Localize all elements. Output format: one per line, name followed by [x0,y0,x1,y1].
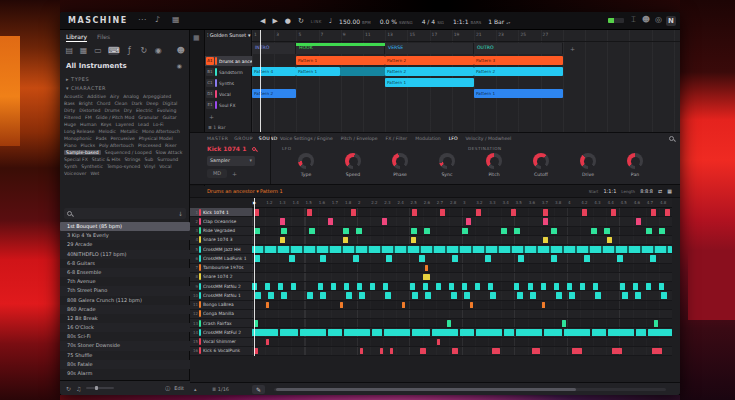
tag-filter[interactable]: Percussive [111,136,135,141]
note-block[interactable] [466,218,471,225]
tag-filter[interactable]: Guitar [162,115,176,120]
param-page-tab[interactable]: LFO [449,136,458,141]
tag-filter[interactable]: Bass [64,101,75,106]
tag-filter[interactable]: Analog [123,94,139,99]
note-block[interactable] [383,283,388,290]
transport-field[interactable]: 4 / 4SIG [422,18,444,25]
knob-type[interactable] [298,153,314,169]
tag-filter[interactable]: Riser [165,143,177,148]
note-block[interactable] [620,283,625,290]
list-item[interactable]: 6-8 Ensemble [60,268,190,277]
tag-filter[interactable]: Pads [96,136,107,141]
note-block[interactable] [652,348,662,355]
pattern-start-value[interactable]: 1:1:1 [603,188,616,194]
note-block[interactable] [607,237,612,244]
pattern-clip[interactable]: Pattern 1 [385,78,474,87]
note-block[interactable] [504,329,514,336]
note-block[interactable] [648,329,672,336]
editor-group-selector[interactable]: Drums an ancestor ▾ [207,188,259,194]
note-block[interactable] [265,283,270,290]
more-options-icon[interactable]: ⋯ [138,15,146,24]
note-block[interactable] [451,292,457,299]
pattern-clip[interactable]: Pattern 2 [385,56,474,65]
param-page-tab[interactable]: Modulation [415,136,441,141]
tag-filter[interactable]: Long Release [64,129,95,134]
tag-filter[interactable]: Dry [124,108,132,113]
tag-filter[interactable]: Keys [101,122,112,127]
list-item[interactable]: 12 Bit Break [60,314,190,323]
sound-row[interactable]: 15Vocal Shimmer [190,338,252,347]
editor-playhead[interactable] [254,198,255,356]
tag-filter[interactable]: Processed [138,143,161,148]
note-block[interactable] [356,228,362,235]
note-block[interactable] [380,348,383,355]
prehear-volume-slider[interactable] [86,387,114,389]
horizontal-scrollbar[interactable] [274,388,666,391]
transport-field[interactable]: 0.0 %SWING [380,18,413,25]
note-block[interactable] [476,329,502,336]
tag-filter[interactable]: Sample-based [64,150,101,155]
note-block[interactable] [440,209,445,216]
note-block[interactable] [665,209,670,216]
note-block[interactable] [252,246,672,253]
tag-filter[interactable]: Human [80,122,97,127]
note-block[interactable] [372,329,382,336]
scene-section[interactable]: INTRO [252,43,296,54]
list-item[interactable]: 16 O'Clock [60,323,190,332]
note-block[interactable] [635,292,641,299]
note-block[interactable] [617,255,623,262]
scene-section[interactable]: VERSE [385,43,474,54]
sound-row[interactable]: 14CrossMM FatFul 2 [190,328,252,337]
tag-filter[interactable]: Strings [124,157,140,162]
arranger-playhead[interactable] [260,30,261,132]
note-block[interactable] [359,292,365,299]
grid-icon[interactable]: ▦ [667,188,672,194]
tag-filter[interactable]: Drums [105,108,120,113]
group-row[interactable]: A1Drums an ancestor [205,56,252,66]
note-block[interactable] [514,228,520,235]
note-block[interactable] [532,348,540,355]
note-block[interactable] [340,302,343,309]
tag-filter[interactable]: Airy [110,94,119,99]
note-block[interactable] [351,209,356,216]
plugin-selector[interactable]: Sampler▾ [207,156,255,166]
midi-icon[interactable]: ⌶ [631,15,636,25]
list-item[interactable]: 7th Avenue [60,277,190,286]
note-block[interactable] [612,348,622,355]
note-block[interactable] [659,228,665,235]
note-block[interactable] [650,255,656,262]
note-block[interactable] [636,218,641,225]
note-block[interactable] [604,228,610,235]
grid-row[interactable] [252,217,672,226]
note-block[interactable] [280,329,298,336]
sound-row[interactable]: 12Conga Manilla [190,310,252,319]
note-block[interactable] [541,283,546,290]
add-plugin-button[interactable]: + [232,170,237,177]
knob-pan[interactable] [627,153,643,169]
restart-button[interactable]: ◀ [260,17,265,25]
shuffle-icon[interactable]: ⇄ [658,188,662,194]
note-block[interactable] [476,209,481,216]
note-block[interactable] [622,292,628,299]
tab-library[interactable]: Library [66,33,87,42]
pattern-tab[interactable]: Pattern 1 [260,188,283,194]
note-block[interactable] [646,283,651,290]
slot-2-selector[interactable]: MD [207,169,227,178]
note-block[interactable] [636,329,646,336]
note-block[interactable] [385,292,391,299]
list-item[interactable]: 75 Shuffle [60,351,190,360]
list-item[interactable]: 3 Kip 4 Ya Everly [60,231,190,240]
note-block[interactable] [291,283,296,290]
note-block[interactable] [344,329,370,336]
collapse-icon[interactable]: ▴ [194,386,197,392]
tag-filter[interactable]: Dark [131,101,142,106]
note-block[interactable] [382,218,387,225]
tag-filter[interactable]: Slow Attack [156,150,183,155]
note-block[interactable] [278,283,283,290]
note-block[interactable] [447,320,451,327]
grid-row[interactable] [252,291,672,300]
list-item[interactable]: 860 Arcade [60,305,190,314]
sound-row[interactable]: 2Clap Oceanrise [190,217,252,226]
note-block[interactable] [488,283,493,290]
note-block[interactable] [661,292,667,299]
